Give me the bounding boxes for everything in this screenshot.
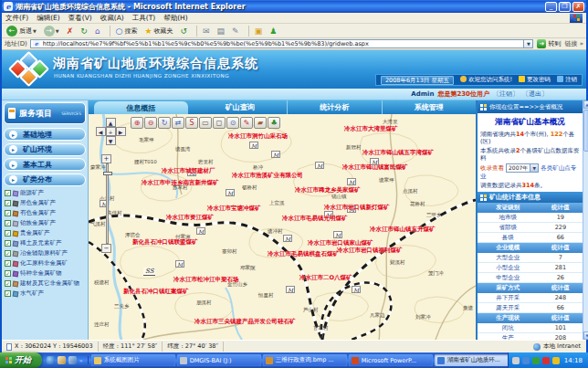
tab-统计分析[interactable]: 统计分析 [288,100,383,114]
zoom-track[interactable] [106,163,109,244]
tab-系统管理[interactable]: 系统管理 [383,100,477,114]
quick-launch-overflow-chevron[interactable]: » [79,357,83,363]
select-rect-tool[interactable]: ▭ [199,117,212,129]
mail-button[interactable]: ✉ [201,25,212,37]
mine-point-marker[interactable]: M [175,260,184,268]
zoom-in-tool[interactable]: ⊕ [131,117,143,129]
year-select[interactable]: 2007年▼ [506,163,539,173]
change-password-link[interactable]: 更改密码 [519,76,551,84]
mineral-item-8[interactable]: ✓特种非金属矿物 [5,268,87,279]
pan-left-button[interactable]: ◀ [96,127,106,136]
checkbox-checked-icon[interactable]: ✓ [5,230,11,237]
zoom-out-button[interactable]: − [101,244,111,253]
refresh-button[interactable]: ↻ [79,25,89,37]
mineral-item-3[interactable]: ✓铂族金属矿产 [5,218,87,228]
checkbox-checked-icon[interactable]: ✓ [5,220,11,226]
scroll-up-arrow[interactable]: ▲ [583,100,588,109]
zoom-thumb[interactable] [103,172,112,175]
start-button[interactable]: 开始 [0,352,42,368]
print-button[interactable]: ▤ [215,25,227,37]
back-button[interactable]: ←后退▼ [5,25,38,37]
clear-select-tool[interactable]: ◻ [213,117,226,129]
sidebar-button-0[interactable]: ▸基础地理 [4,128,86,141]
menu-item-1[interactable]: 编辑(E) [37,14,60,23]
checkbox-checked-icon[interactable]: ✓ [5,270,11,277]
menu-item-2[interactable]: 查看(V) [68,14,92,23]
tray-icon-0[interactable] [512,357,520,364]
mineral-item-2[interactable]: ✓有色金属矿产 [5,208,87,218]
mineral-item-1[interactable]: ✓黑色金属矿产 [5,198,87,208]
taskbar-item[interactable]: 湖南省矿山地质环... [435,354,508,366]
measure-tool[interactable]: ⇄ [172,117,184,129]
mineral-item-0[interactable]: ✓能源矿产 [5,188,87,198]
checkbox-checked-icon[interactable]: ✓ [5,200,11,206]
taskbar-item[interactable]: 系统截图图片 [91,354,175,366]
mine-point-marker[interactable]: M [249,142,258,149]
maximize-button[interactable]: ❐ [559,2,571,12]
identify-tool[interactable]: ⊙ [226,117,239,129]
menu-item-3[interactable]: 收藏(A) [100,14,124,23]
map-zoom-slider[interactable]: + − [101,154,112,253]
welcome-link[interactable]: 欢迎您访问系统! [460,76,512,84]
sidebar-button-1[interactable]: ▸矿山环境 [4,143,86,156]
checkbox-checked-icon[interactable]: ✓ [5,280,11,287]
map-pan-control[interactable]: ▲ ◀ + ▶ ▼ [94,118,127,145]
mineral-item-9[interactable]: ✓建材及其它非金属矿物 [5,279,87,289]
mine-point-marker[interactable]: M [333,231,342,238]
scroll-down-arrow[interactable]: ▼ [583,331,588,340]
mine-point-marker[interactable]: M [347,178,356,185]
eraser-tool[interactable]: ▰ [254,117,267,129]
go-button[interactable]: ➜ 转到 [537,39,561,48]
messenger-button[interactable]: ♟ [268,25,278,37]
mine-point-marker[interactable]: M [283,235,292,242]
pan-tool[interactable]: ↻ [158,117,171,129]
taskbar-item[interactable]: 三维行政查询.bmp ... [263,354,347,366]
title-bar[interactable]: e 湖南省矿山地质环境综合信息系统 - Microsoft Internet E… [2,0,586,13]
mine-point-marker[interactable]: M [226,189,235,196]
mine-point-marker[interactable]: M [315,162,324,169]
pan-up-button[interactable]: ▲ [106,118,116,127]
tray-icon-1[interactable] [522,357,530,364]
exit-link[interactable]: 〔退出〕 [522,89,548,99]
tray-icon-4[interactable] [552,357,560,364]
logout-link[interactable]: 注销 [557,76,577,84]
tray-icon-2[interactable] [532,357,540,364]
sidebar-button-3[interactable]: ▸矿类分布 [4,173,86,186]
edit-button[interactable]: ✎ [230,25,241,37]
mineral-item-10[interactable]: ✓水气矿产 [5,289,87,299]
stop-button[interactable]: ✗ [65,25,76,37]
checkbox-checked-icon[interactable]: ✓ [5,250,11,257]
home-button[interactable]: ⌂ [93,25,102,37]
zoom-out-tool[interactable]: ⊖ [144,117,157,129]
draw-line-tool[interactable]: ✎ [240,117,253,129]
checkbox-checked-icon[interactable]: ✓ [5,240,11,247]
notes-button[interactable]: ▣ [253,25,265,37]
mineral-item-6[interactable]: ✓冶金辅助原料矿产 [5,248,87,258]
quick-launch-desktop-icon[interactable] [68,356,77,364]
tab-矿山查询[interactable]: 矿山查询 [194,100,289,114]
mine-point-marker[interactable]: M [352,286,361,293]
checkbox-checked-icon[interactable]: ✓ [5,190,11,196]
mineral-item-5[interactable]: ✓稀土及元素矿产 [5,238,87,248]
menu-item-0[interactable]: 文件(F) [5,14,28,23]
mineral-item-4[interactable]: ✓贵金属矿产 [5,228,87,238]
logout-link-2[interactable]: 〔注销〕 [493,89,519,99]
quick-launch-ie-icon[interactable] [47,356,55,364]
history-button[interactable]: ↺ [178,25,189,37]
close-button[interactable]: ✗ [572,2,584,12]
checkbox-checked-icon[interactable]: ✓ [5,260,11,267]
search-button[interactable]: ○搜索 [114,25,140,37]
quick-launch-outlook-icon[interactable] [58,356,66,364]
address-dropdown-button[interactable]: ▼ [524,39,533,48]
map-canvas[interactable]: 毛家坪塘孤湾腰村T010蒙家冲岩里村桥冲新觃村毛坪村大湾里苏家村砺桥村塘家坪锡山… [89,114,476,340]
menu-item-4[interactable]: 工具(T) [132,14,155,23]
sidebar-button-2[interactable]: ▸基本工具 [4,158,86,171]
checkbox-checked-icon[interactable]: ✓ [5,210,11,216]
forward-button[interactable]: →▼ [42,25,61,37]
scroll-thumb[interactable] [583,110,588,152]
taskbar-item[interactable]: DMGIS-BAI (J:) [177,354,261,366]
tray-icon-3[interactable] [542,357,550,364]
checkbox-checked-icon[interactable]: ✓ [5,290,11,297]
pan-center-button[interactable]: + [106,127,116,136]
address-input[interactable]: e http://localhost/%e7%9f%bf%e5%b1%b1%e5… [30,39,525,48]
